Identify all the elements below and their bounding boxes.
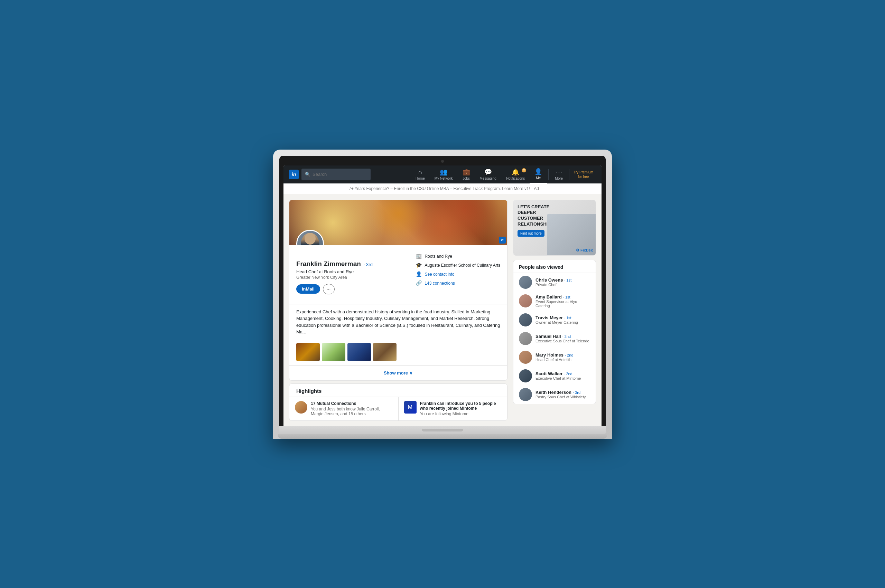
nav-jobs[interactable]: 💼 Jobs [458, 165, 475, 183]
search-bar[interactable]: 🔍 [302, 169, 371, 180]
search-input[interactable] [313, 172, 367, 177]
profile-meta-list: 🏢 Roots and Rye 🎓 Auguste Escoffier Scho… [416, 253, 500, 286]
person-7-degree: · 3rd [573, 390, 580, 394]
network-icon: 👥 [440, 168, 447, 176]
linkedin-profile-badge: in [499, 237, 506, 243]
ad-banner: 7+ Years Experience? – Enroll in the CSU… [284, 183, 601, 194]
person-1-degree: · 1st [564, 278, 571, 282]
person-5-degree: · 2nd [565, 353, 573, 357]
introduction-item[interactable]: M Franklin can introduce you to 5 people… [398, 397, 508, 420]
sidebar-column: LET'S CREATE DEEPER CUSTOMER RELATIONSHI… [513, 200, 596, 421]
person-4-info: Samuel Hall · 2nd Executive Sous Chef at… [535, 334, 590, 343]
person-5-info: Mary Holmes · 2nd Head Chef at Antelith [535, 352, 590, 362]
chevron-down-icon: ∨ [409, 370, 413, 375]
person-4-avatar [519, 332, 532, 345]
nav-my-network[interactable]: 👥 My Network [430, 165, 458, 183]
more-button[interactable]: ··· [323, 284, 335, 294]
person-3-degree: · 1st [564, 316, 571, 320]
inmail-button[interactable]: InMail [296, 284, 320, 294]
laptop-screen: in 🔍 ⌂ Home 👥 My Network � [284, 165, 601, 426]
laptop-base [279, 426, 606, 434]
contact-info-item[interactable]: 👤 See contact info [416, 271, 500, 278]
ad-find-out-more-button[interactable]: Find out more [517, 230, 544, 237]
photo-1[interactable] [296, 343, 320, 361]
person-1-info: Chris Owens · 1st Private Chef [535, 278, 590, 287]
person-2[interactable]: Amy Ballard · 1st Event Supervisor at Vi… [513, 292, 596, 310]
home-icon: ⌂ [418, 169, 422, 176]
person-2-name: Amy Ballard [535, 294, 562, 300]
person-3-info: Travis Meyer · 1st Owner at Meyer Cateri… [535, 315, 590, 324]
person-6[interactable]: Scott Walker · 2nd Executive Chef at Min… [513, 366, 596, 385]
highlights-card: Highlights 17 Mutual Connections You and… [289, 384, 508, 421]
me-icon: 👤 [535, 168, 542, 176]
connections-item[interactable]: 🔗 143 connections [416, 280, 500, 286]
screen-border: in 🔍 ⌂ Home 👥 My Network � [279, 156, 606, 426]
person-5-avatar [519, 351, 532, 364]
nav-notifications[interactable]: 🔔 2 Notifications [501, 165, 530, 183]
people-title: People also viewed [513, 260, 596, 273]
highlights-content: 17 Mutual Connections You and Jess both … [289, 397, 507, 420]
person-7-info: Keith Henderson · 3rd Pastry Sous Chef a… [535, 390, 590, 399]
notifications-badge: 2 [522, 168, 526, 172]
company-name: Roots and Rye [425, 254, 452, 259]
person-4[interactable]: Samuel Hall · 2nd Executive Sous Chef at… [513, 329, 596, 348]
profile-actions: InMail ··· [296, 284, 416, 294]
mutual-connections-avatar [295, 401, 307, 414]
mutual-connections-detail: You and Jess both know Julie Carroll, Ma… [311, 406, 380, 416]
company-icon: 🏢 [416, 253, 422, 260]
person-4-name: Samuel Hall [535, 334, 561, 339]
avatar-person [301, 233, 319, 245]
try-premium-button[interactable]: Try Premium for free [571, 169, 596, 180]
profile-name-row: Franklin Zimmerman · 3rd [296, 260, 416, 268]
ad-banner-text: 7+ Years Experience? – Enroll in the CSU… [349, 186, 530, 191]
person-3-role: Owner at Meyer Catering [535, 320, 590, 324]
profile-column: in 🏢 Roots and Rye [289, 200, 508, 421]
person-6-degree: · 2nd [564, 372, 572, 376]
ad-box: LET'S CREATE DEEPER CUSTOMER RELATIONSHI… [513, 200, 596, 256]
person-1[interactable]: Chris Owens · 1st Private Chef [513, 273, 596, 292]
school-item: 🎓 Auguste Escoffier School of Culinary A… [416, 262, 500, 268]
photo-2[interactable] [322, 343, 346, 361]
person-2-degree: · 1st [563, 295, 570, 299]
ad-logo-row: ⚙ FixDex [576, 248, 593, 252]
premium-line1: Try Premium [574, 170, 593, 174]
search-icon: 🔍 [305, 172, 310, 177]
messaging-icon: 💬 [484, 168, 492, 176]
person-6-info: Scott Walker · 2nd Executive Chef at Min… [535, 371, 590, 380]
person-3[interactable]: Travis Meyer · 1st Owner at Meyer Cateri… [513, 310, 596, 329]
photo-4[interactable] [373, 343, 397, 361]
connections-count[interactable]: 143 connections [425, 281, 455, 286]
person-6-avatar [519, 369, 532, 382]
introduction-detail: You are following Mintome [420, 411, 469, 416]
nav-jobs-label: Jobs [463, 177, 470, 180]
person-5-name: Mary Holmes [535, 352, 563, 358]
photo-3[interactable] [347, 343, 371, 361]
navbar: in 🔍 ⌂ Home 👥 My Network � [284, 165, 601, 183]
show-more-button[interactable]: Show more ∨ [289, 365, 507, 380]
laptop-bottom [278, 434, 607, 439]
nav-more-label: More [555, 177, 563, 180]
show-more-label: Show more [384, 370, 408, 375]
school-icon: 🎓 [416, 262, 422, 268]
person-1-avatar [519, 276, 532, 289]
mintome-icon: M [404, 401, 416, 414]
nav-messaging[interactable]: 💬 Messaging [475, 165, 501, 183]
contact-info-link[interactable]: See contact info [425, 272, 454, 277]
profile-info: 🏢 Roots and Rye 🎓 Auguste Escoffier Scho… [289, 245, 507, 304]
avatar-wrapper [296, 230, 324, 245]
connections-icon: 🔗 [416, 280, 422, 286]
ad-badge: Ad [534, 186, 539, 191]
profile-degree: · 3rd [364, 262, 373, 267]
person-7[interactable]: Keith Henderson · 3rd Pastry Sous Chef a… [513, 385, 596, 404]
nav-home[interactable]: ⌂ Home [411, 165, 430, 183]
person-2-info: Amy Ballard · 1st Event Supervisor at Vi… [535, 294, 590, 308]
mutual-connections-count: 17 Mutual Connections [311, 401, 393, 406]
nav-more[interactable]: ⋯ More [550, 165, 568, 183]
person-5[interactable]: Mary Holmes · 2nd Head Chef at Antelith [513, 348, 596, 366]
person-6-role: Executive Chef at Mintome [535, 376, 590, 380]
premium-line2: for free [578, 175, 589, 178]
linkedin-logo[interactable]: in [289, 170, 299, 179]
nav-me[interactable]: 👤 Me [530, 165, 547, 183]
mutual-connections-item[interactable]: 17 Mutual Connections You and Jess both … [289, 397, 398, 420]
person-2-avatar [519, 294, 532, 308]
